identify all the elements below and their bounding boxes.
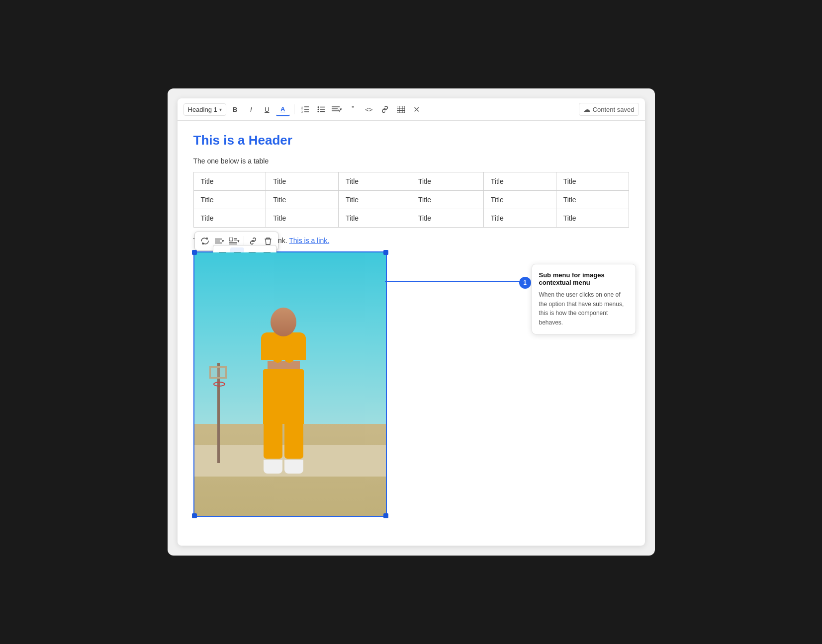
code-button[interactable]: <> [362,102,376,116]
editor-toolbar: Heading 1 ▾ B I U A 123 ▾ " <> [178,98,645,121]
image-contextual-toolbar: ▾ [194,232,278,250]
table-cell[interactable]: Title [193,209,266,228]
resize-handle-bl[interactable] [192,513,197,518]
paragraph-before-table[interactable]: The one below is a table [193,157,629,165]
image-wrapper[interactable]: ▾ [193,251,387,517]
link-text[interactable]: This is a link. [289,237,329,244]
image-selection-wrapper: ▾ [193,251,387,519]
svg-text:3: 3 [301,110,303,113]
table-cell[interactable]: Title [556,191,629,209]
align-button[interactable]: ▾ [330,102,344,116]
editor-container: Heading 1 ▾ B I U A 123 ▾ " <> [178,98,645,546]
ordered-list-button[interactable]: 123 [298,102,312,116]
editor-heading[interactable]: This is a Header [193,133,629,148]
content-saved-label: Content saved [593,106,635,113]
table-row: TitleTitleTitleTitleTitleTitle [193,191,629,209]
table-cell[interactable]: Title [556,172,629,191]
svg-point-6 [317,106,319,108]
table-cell[interactable]: Title [411,172,483,191]
bold-button[interactable]: B [228,102,242,116]
bullet-list-button[interactable] [314,102,328,116]
svg-rect-36 [229,238,233,241]
tooltip-connector-line [385,281,524,282]
resize-handle-br[interactable] [383,513,388,518]
svg-point-8 [317,111,319,112]
editor-content-area[interactable]: This is a Header The one below is a tabl… [178,121,645,546]
table-cell[interactable]: Title [339,191,411,209]
table-cell[interactable]: Title [483,191,556,209]
table-cell[interactable]: Title [266,172,339,191]
img-toolbar-divider [244,236,244,246]
table-cell[interactable]: Title [193,172,266,191]
table-cell[interactable]: Title [266,209,339,228]
table-cell[interactable]: Title [339,172,411,191]
cloud-icon: ☁ [583,105,590,113]
quote-button[interactable]: " [346,102,360,116]
content-saved-indicator: ☁ Content saved [579,103,639,116]
table-cell[interactable]: Title [193,191,266,209]
resize-handle-tr[interactable] [383,250,388,255]
align-dropdown-wrapper: ▾ [213,234,227,248]
table-cell[interactable]: Title [483,172,556,191]
clear-format-button[interactable]: ✕ [410,102,424,116]
tooltip-number-badge: 1 [519,277,531,289]
table-cell[interactable]: Title [266,191,339,209]
resize-handle-tl[interactable] [192,250,197,255]
table-cell[interactable]: Title [411,209,483,228]
svg-point-7 [317,109,319,110]
table-cell[interactable]: Title [339,209,411,228]
table-cell[interactable]: Title [483,209,556,228]
link-button[interactable] [378,102,392,116]
img-replace-button[interactable] [198,234,212,248]
heading-select[interactable]: Heading 1 ▾ [183,103,226,116]
toolbar-divider-1 [294,104,294,114]
tooltip-description: When the user clicks on one of the optio… [539,290,629,327]
underline-button[interactable]: U [260,102,274,116]
table-row: TitleTitleTitleTitleTitleTitle [193,172,629,191]
heading-select-chevron: ▾ [219,107,222,112]
italic-button[interactable]: I [244,102,258,116]
table-row: TitleTitleTitleTitleTitleTitle [193,209,629,228]
svg-rect-16 [397,106,405,113]
tooltip-bubble: Sub menu for images contextual menu When… [532,264,636,334]
table-cell[interactable]: Title [556,209,629,228]
image-placeholder [194,252,386,516]
app-window: Heading 1 ▾ B I U A 123 ▾ " <> [168,88,655,556]
editor-table[interactable]: TitleTitleTitleTitleTitleTitleTitleTitle… [193,172,629,228]
text-color-button[interactable]: A [276,102,290,116]
table-button[interactable] [394,102,408,116]
table-cell[interactable]: Title [411,191,483,209]
tooltip-title: Sub menu for images contextual menu [539,271,629,286]
heading-select-label: Heading 1 [188,106,217,113]
